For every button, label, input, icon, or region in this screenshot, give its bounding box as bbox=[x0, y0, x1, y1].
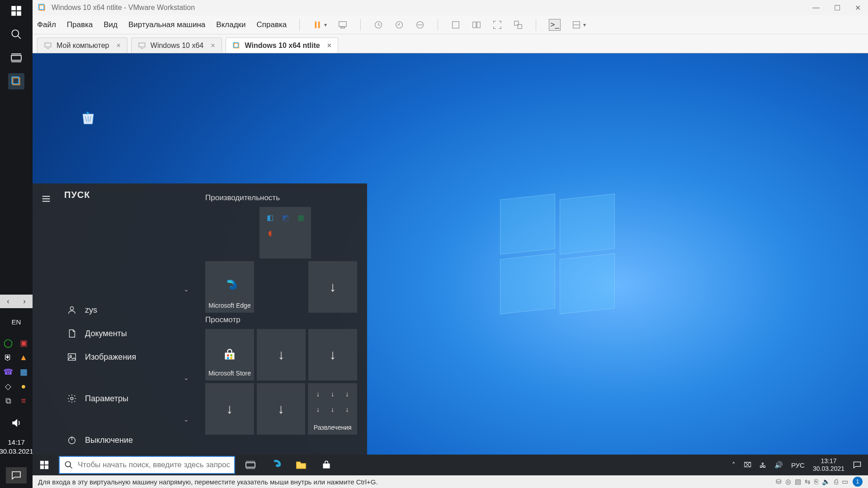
host-taskview-icon[interactable] bbox=[8, 50, 24, 66]
tile-edge[interactable]: Microsoft Edge bbox=[205, 261, 254, 313]
guest-search-input[interactable] bbox=[78, 460, 230, 469]
host-app-vmware-icon[interactable] bbox=[8, 73, 24, 89]
recycle-bin-icon[interactable] bbox=[78, 107, 99, 127]
start-user-button[interactable]: zys bbox=[60, 298, 195, 322]
tab-close-icon[interactable]: × bbox=[211, 42, 215, 50]
guest-search-box[interactable] bbox=[59, 456, 235, 474]
guest-edge-icon[interactable] bbox=[263, 455, 288, 475]
toolbar-snapshot-take-icon[interactable] bbox=[373, 20, 383, 30]
tray-viber-icon[interactable]: ☎ bbox=[2, 366, 14, 378]
tile-group-productivity[interactable]: Производительность bbox=[205, 193, 357, 202]
download-icon: ↓ bbox=[311, 390, 324, 398]
tile-office-folder[interactable]: ◧ ◩ ▦ ◖ bbox=[259, 207, 311, 258]
tab-home[interactable]: Мой компьютер × bbox=[37, 38, 127, 53]
tile-download-3[interactable]: ↓ bbox=[308, 329, 357, 380]
host-tray-nav-fwd[interactable]: › bbox=[16, 295, 33, 308]
toolbar-pause-button[interactable]: ▾ bbox=[312, 20, 327, 30]
toolbar-snapshot-revert-icon[interactable] bbox=[394, 20, 404, 30]
start-pictures-button[interactable]: Изображения bbox=[60, 345, 195, 369]
start-chevron2-icon[interactable]: ⌄ bbox=[60, 369, 195, 387]
dev-harddisk-icon[interactable]: ⛁ bbox=[776, 478, 782, 486]
tile-download-2[interactable]: ↓ bbox=[257, 329, 306, 380]
tray-gold-icon[interactable]: ● bbox=[17, 380, 30, 393]
tray-red-icon[interactable]: ▣ bbox=[17, 337, 30, 349]
tab-close-icon[interactable]: × bbox=[327, 42, 331, 50]
start-settings-button[interactable]: Параметры bbox=[60, 387, 195, 410]
menu-tabs[interactable]: Вкладки bbox=[216, 20, 245, 29]
host-search-icon[interactable] bbox=[8, 26, 24, 42]
host-notifications-icon[interactable] bbox=[6, 467, 27, 483]
dev-network-icon[interactable]: ⇆ bbox=[805, 478, 811, 486]
tile-download-1[interactable]: ↓ bbox=[308, 261, 357, 313]
guest-tray-expand-icon[interactable]: ˄ bbox=[732, 461, 736, 469]
menu-file[interactable]: Файл bbox=[37, 20, 56, 29]
host-clock[interactable]: 14:17 30.03.2021 bbox=[0, 436, 33, 460]
guest-taskview-icon[interactable] bbox=[238, 455, 263, 475]
guest-language-indicator[interactable]: РУС bbox=[791, 461, 805, 469]
menu-edit[interactable]: Правка bbox=[67, 20, 93, 29]
tile-store[interactable]: Microsoft Store bbox=[205, 329, 254, 380]
host-volume-icon[interactable] bbox=[8, 417, 24, 429]
dev-sound-icon[interactable]: 🔈 bbox=[822, 478, 830, 486]
toolbar-unity-icon[interactable] bbox=[513, 20, 523, 30]
toolbar-snapshot-manage-icon[interactable] bbox=[415, 20, 425, 30]
guest-tray-keyboard-icon[interactable]: ⌧ bbox=[744, 461, 751, 469]
guest-tray-volume-icon[interactable]: 🔊 bbox=[774, 461, 783, 469]
tab-label: Мой компьютер bbox=[57, 42, 109, 50]
toolbar-send-cad-icon[interactable] bbox=[338, 20, 348, 30]
menu-vm[interactable]: Виртуальная машина bbox=[128, 20, 205, 29]
guest-start-button[interactable] bbox=[33, 455, 56, 475]
start-power-button[interactable]: Выключение bbox=[60, 428, 195, 452]
dev-printer-icon[interactable]: ⎙ bbox=[834, 478, 838, 486]
toolbar-stretch-icon[interactable]: ▾ bbox=[571, 20, 586, 30]
guest-store-icon[interactable] bbox=[314, 455, 339, 475]
guest-clock[interactable]: 13:17 30.03.2021 bbox=[813, 457, 844, 473]
toolbar-view-single-icon[interactable] bbox=[451, 20, 461, 30]
guest-explorer-icon[interactable] bbox=[288, 455, 314, 475]
download-icon: ↓ bbox=[226, 401, 233, 417]
start-hamburger-icon[interactable] bbox=[33, 190, 60, 208]
tile-entertainment-folder[interactable]: ↓ ↓ ↓ ↓ ↓ ↓ Развлечения bbox=[308, 383, 357, 435]
host-tray-nav-back[interactable]: ‹ bbox=[0, 295, 16, 308]
tile-download-5[interactable]: ↓ bbox=[257, 383, 306, 435]
guest-notifications-icon[interactable] bbox=[853, 460, 862, 469]
tile-download-4[interactable]: ↓ bbox=[205, 383, 254, 435]
window-minimize-button[interactable]: — bbox=[812, 4, 820, 12]
toolbar-console-icon[interactable]: >_ bbox=[549, 19, 561, 31]
start-documents-button[interactable]: Документы bbox=[60, 322, 195, 345]
dev-usb-icon[interactable]: ⎘ bbox=[814, 478, 818, 486]
window-maximize-button[interactable]: ☐ bbox=[834, 4, 840, 12]
start-chevron3-icon[interactable]: ⌄ bbox=[60, 410, 195, 428]
toolbar-view-split-icon[interactable] bbox=[472, 20, 481, 30]
tab-close-icon[interactable]: × bbox=[116, 42, 120, 50]
tray-red2-icon[interactable]: ≡ bbox=[17, 394, 30, 407]
dev-display-icon[interactable]: ▭ bbox=[842, 478, 848, 486]
guest-tray-network-icon[interactable]: 🖧 bbox=[760, 461, 766, 469]
tray-flame-icon[interactable]: ▲ bbox=[17, 351, 30, 364]
tray-msg-icon[interactable]: ⧉ bbox=[2, 394, 14, 407]
start-all-apps-chevron-icon[interactable]: ⌄ bbox=[60, 280, 195, 298]
svg-rect-44 bbox=[231, 354, 233, 357]
menu-view[interactable]: Вид bbox=[104, 20, 118, 29]
tray-blue-icon[interactable]: ▦ bbox=[17, 366, 30, 378]
window-close-button[interactable]: ✕ bbox=[855, 4, 861, 12]
toolbar-fullscreen-icon[interactable] bbox=[492, 20, 502, 30]
host-tray-nav[interactable]: ‹ › bbox=[0, 295, 33, 308]
tab-vm2[interactable]: Windows 10 x64 ntlite × bbox=[226, 38, 338, 53]
dev-cd-icon[interactable]: ◎ bbox=[785, 478, 791, 486]
host-start-button[interactable] bbox=[8, 3, 24, 19]
tile-group-browse[interactable]: Просмотр bbox=[205, 315, 357, 324]
tray-shield2-icon[interactable]: ◇ bbox=[2, 380, 14, 393]
tab-vm1[interactable]: Windows 10 x64 × bbox=[131, 38, 222, 53]
svg-rect-46 bbox=[231, 357, 233, 359]
svg-rect-6 bbox=[11, 56, 21, 61]
tray-utorrent-icon[interactable]: ◯ bbox=[2, 337, 14, 349]
guest-screen[interactable]: ПУСК ⌄ zys Документы Изображения ⌄ bbox=[33, 53, 868, 475]
tray-defender-icon[interactable]: ⛨ bbox=[2, 351, 14, 364]
menu-help[interactable]: Справка bbox=[257, 20, 287, 29]
svg-rect-53 bbox=[246, 463, 255, 467]
status-message-badge[interactable]: 1 bbox=[853, 477, 863, 487]
host-language-indicator[interactable]: EN bbox=[0, 315, 33, 328]
host-taskbar: ‹ › EN ◯ ▣ ⛨ ▲ ☎ ▦ ◇ ● ⧉ ≡ 14:17 30.03.2… bbox=[0, 0, 33, 488]
dev-floppy-icon[interactable]: ▤ bbox=[795, 478, 801, 486]
